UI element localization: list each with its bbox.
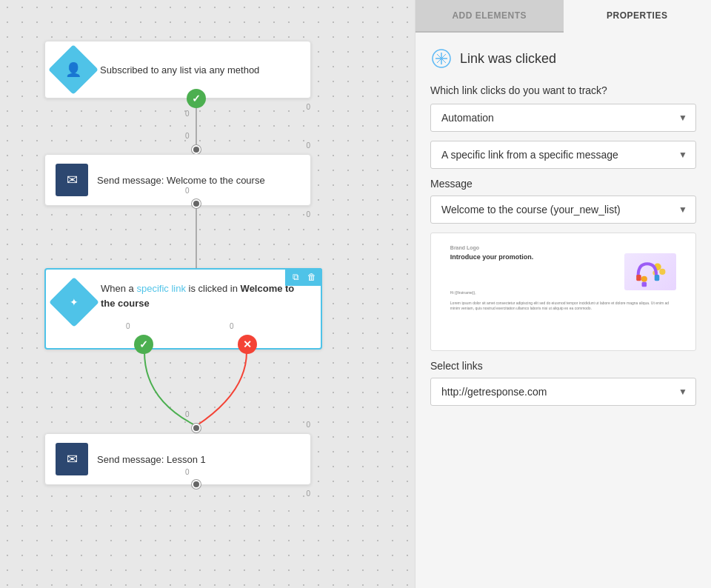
subscribe-node[interactable]: 👤 Subscribed to any list via any method … (44, 41, 311, 98)
select-links-section: Select links http://getresponse.com ▼ (430, 360, 696, 406)
email-preview: Brand Logo (430, 233, 696, 351)
condition-icon: ✦ (49, 277, 99, 327)
send1-label: Send message: Welcome to the course (97, 175, 265, 186)
counter-no: 0 (230, 322, 234, 330)
trigger-title: Link was clicked (460, 51, 556, 67)
track-dropdown[interactable]: Automation (430, 104, 696, 132)
delete-btn[interactable]: 🗑 (304, 270, 319, 284)
svg-rect-11 (655, 275, 660, 281)
svg-point-12 (641, 276, 647, 282)
condition-node[interactable]: ⧉ 🗑 ✦ When a specific link is clicked in… (44, 268, 322, 350)
condition-label: When a specific link is clicked in Welco… (101, 281, 310, 310)
email-preview-content: Brand Logo (444, 239, 682, 344)
tab-add-elements[interactable]: ADD ELEMENTS (415, 0, 564, 31)
counter-sub-out: 0 (185, 110, 190, 118)
message-dropdown[interactable]: Welcome to the course (your_new_list) (430, 196, 696, 224)
node-toolbar: ⧉ 🗑 (285, 268, 322, 286)
trigger-header: Link was clicked (430, 47, 696, 70)
counter-2: 0 (185, 187, 190, 195)
panel-tabs: ADD ELEMENTS PROPERTIES (415, 0, 711, 33)
send-message-1-node[interactable]: ✉ Send message: Welcome to the course 0 … (44, 154, 311, 206)
counter-send1-top: 0 (306, 141, 310, 150)
connector-1 (192, 145, 201, 154)
track-dropdown-wrapper[interactable]: Automation ▼ (430, 104, 696, 132)
message-label: Message (430, 178, 696, 190)
select-links-label: Select links (430, 360, 696, 372)
send-message-2-node[interactable]: ✉ Send message: Lesson 1 0 0 (44, 433, 311, 485)
subscribe-label: Subscribed to any list via any method (100, 64, 259, 76)
message-section: Message Welcome to the course (your_new_… (430, 178, 696, 224)
panel-content: Link was clicked Which link clicks do yo… (415, 33, 711, 588)
send2-label: Send message: Lesson 1 (97, 454, 206, 465)
svg-rect-10 (636, 275, 641, 281)
specific-link-dropdown-wrapper[interactable]: A specific link from a specific message … (430, 141, 696, 169)
message-name-text: Welcome to the course (101, 283, 294, 309)
condition-yes-btn[interactable]: ✓ (134, 335, 153, 354)
connector-4 (192, 480, 201, 489)
counter-send1-bot: 0 (306, 210, 310, 218)
message-dropdown-wrapper[interactable]: Welcome to the course (your_new_list) ▼ (430, 196, 696, 224)
counter-3: 0 (185, 410, 190, 418)
trigger-icon (430, 47, 453, 70)
svg-rect-13 (642, 282, 647, 287)
email-brand: Brand Logo (450, 245, 676, 250)
links-dropdown[interactable]: http://getresponse.com (430, 378, 696, 406)
email-preview-body: Hi {{firstname}}, Lorem ipsum dolor sit … (450, 290, 676, 311)
properties-panel: ADD ELEMENTS PROPERTIES Link was clicked… (415, 0, 711, 588)
specific-link-dropdown[interactable]: A specific link from a specific message (430, 141, 696, 169)
subscribe-icon: 👤 (48, 44, 99, 95)
workflow-canvas[interactable]: 👤 Subscribed to any list via any method … (0, 0, 415, 588)
send1-icon: ✉ (56, 164, 88, 196)
counter-yes: 0 (126, 322, 130, 330)
tab-properties[interactable]: PROPERTIES (564, 0, 712, 33)
counter-send2-top: 0 (306, 421, 310, 429)
connector-2 (192, 199, 201, 208)
subscribe-check-btn[interactable]: ✓ (187, 89, 206, 108)
condition-no-btn[interactable]: ✕ (238, 335, 257, 354)
counter-subscribe: 0 (306, 103, 310, 111)
svg-point-8 (659, 269, 665, 275)
counter-1: 0 (185, 132, 190, 140)
send2-icon: ✉ (56, 443, 88, 475)
links-dropdown-wrapper[interactable]: http://getresponse.com ▼ (430, 378, 696, 406)
counter-send2-bot: 0 (306, 490, 310, 498)
copy-btn[interactable]: ⧉ (288, 270, 303, 284)
email-preview-image (624, 253, 676, 290)
counter-4: 0 (185, 468, 190, 476)
connector-3 (192, 424, 201, 432)
specific-link-text: specific link (136, 283, 185, 294)
question-label: Which link clicks do you want to track? (430, 84, 696, 96)
